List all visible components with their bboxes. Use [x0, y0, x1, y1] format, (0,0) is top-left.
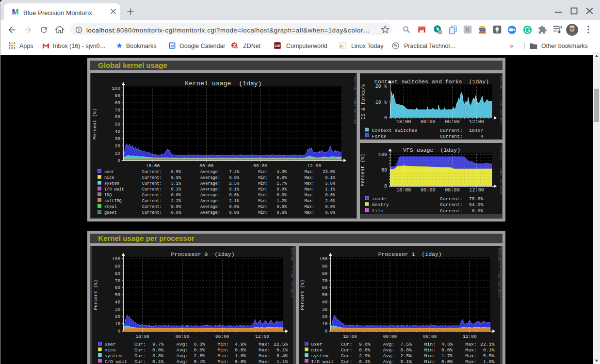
- svg-text:18:00: 18:00: [146, 163, 160, 169]
- svg-text:nice: nice: [104, 175, 114, 180]
- svg-text:30: 30: [114, 136, 120, 142]
- svg-text:Current:: Current:: [142, 199, 162, 204]
- svg-text:file: file: [372, 208, 384, 213]
- svg-text:54.0%: 54.0%: [469, 202, 484, 207]
- svg-text:1.1%: 1.1%: [325, 187, 335, 192]
- svg-text:4: 4: [481, 134, 484, 139]
- svg-text:Min:: Min:: [424, 342, 436, 347]
- svg-text:Current:: Current:: [440, 202, 463, 207]
- svg-text:steal: steal: [104, 205, 117, 209]
- svg-text:06:00: 06:00: [445, 188, 460, 193]
- svg-text:Cur:: Cur:: [134, 342, 146, 347]
- svg-text:06:00: 06:00: [215, 334, 229, 339]
- svg-text:Avg:: Avg:: [383, 359, 394, 364]
- svg-text:80: 80: [322, 271, 327, 276]
- svg-text:system: system: [104, 181, 119, 186]
- svg-text:Min:: Min:: [258, 210, 268, 215]
- svg-text:Current:: Current:: [440, 196, 463, 201]
- svg-text:Avg:: Avg:: [176, 348, 188, 353]
- svg-text:I/O wait: I/O wait: [104, 359, 127, 364]
- svg-text:40: 40: [114, 300, 120, 305]
- svg-text:0.0%: 0.0%: [276, 193, 287, 198]
- svg-text:user: user: [104, 342, 116, 347]
- svg-text:Max:: Max:: [304, 205, 314, 209]
- svg-text:0: 0: [117, 329, 120, 334]
- svg-text:Cur:: Cur:: [341, 348, 353, 353]
- svg-text:Min:: Min:: [217, 348, 229, 353]
- svg-text:70.6%: 70.6%: [469, 196, 484, 201]
- svg-text:100: 100: [112, 85, 120, 91]
- svg-text:20: 20: [322, 314, 327, 319]
- svg-text:Min:: Min:: [258, 175, 268, 180]
- svg-text:Current:: Current:: [142, 205, 162, 209]
- svg-text:I/O wait: I/O wait: [104, 187, 124, 192]
- svg-text:user: user: [311, 342, 323, 347]
- svg-text:90: 90: [114, 264, 120, 269]
- svg-text:?: ?: [439, 31, 441, 34]
- svg-text:IRQ: IRQ: [104, 193, 112, 198]
- svg-text:system: system: [104, 353, 121, 359]
- svg-text:Max:: Max:: [304, 199, 314, 204]
- svg-text:Avg:: Avg:: [176, 359, 188, 364]
- svg-text:00:00: 00:00: [421, 119, 436, 125]
- svg-text:1.1%: 1.1%: [276, 359, 288, 364]
- svg-text:Max:: Max:: [259, 359, 270, 364]
- svg-text:100: 100: [378, 152, 387, 157]
- svg-text:Max:: Max:: [304, 175, 314, 180]
- svg-text:40: 40: [322, 300, 327, 305]
- svg-text:R: R: [466, 27, 470, 32]
- svg-text:100: 100: [319, 256, 327, 262]
- svg-text:Min:: Min:: [258, 199, 268, 204]
- svg-text:0.0%: 0.0%: [152, 348, 164, 353]
- svg-text:1.7%: 1.7%: [276, 181, 287, 186]
- svg-text:Current:: Current:: [142, 210, 162, 215]
- svg-text:RRDTOOL / TOBI OETIKER: RRDTOOL / TOBI OETIKER: [353, 76, 356, 125]
- svg-text:1.2%: 1.2%: [276, 199, 287, 204]
- svg-text:Avg:: Avg:: [176, 342, 188, 347]
- svg-text:18:00: 18:00: [396, 119, 411, 125]
- svg-text:W: W: [394, 44, 398, 48]
- svg-text:0.0%: 0.0%: [229, 210, 239, 215]
- svg-text:RRDTOOL / TOBI OETIKER: RRDTOOL / TOBI OETIKER: [290, 248, 293, 297]
- svg-text:0.0%: 0.0%: [194, 348, 205, 353]
- svg-text:Context switches: Context switches: [372, 128, 418, 133]
- svg-text:06:00: 06:00: [445, 119, 460, 125]
- svg-text:VFS usage (1day): VFS usage (1day): [403, 146, 460, 153]
- svg-text:5.8%: 5.8%: [325, 181, 335, 186]
- svg-text:40: 40: [114, 129, 120, 134]
- svg-text:12:00: 12:00: [470, 188, 485, 193]
- svg-text:Percent (%): Percent (%): [92, 109, 97, 140]
- svg-text:70: 70: [322, 278, 327, 284]
- svg-text:4.9%: 4.9%: [235, 342, 246, 347]
- svg-text:Min:: Min:: [258, 170, 268, 174]
- svg-text:10: 10: [114, 321, 120, 327]
- svg-text:Min:: Min:: [217, 353, 229, 359]
- svg-text:M: M: [12, 7, 18, 16]
- svg-text:Forks: Forks: [372, 134, 387, 139]
- svg-text:0: 0: [384, 184, 387, 189]
- svg-text:70: 70: [114, 278, 120, 284]
- svg-text:Min:: Min:: [258, 193, 268, 198]
- svg-text:23.0%: 23.0%: [323, 170, 335, 174]
- svg-text:22.5%: 22.5%: [274, 342, 288, 347]
- svg-text:Min:: Min:: [217, 342, 229, 347]
- svg-text:18:00: 18:00: [135, 334, 149, 339]
- svg-text:Avg:: Avg:: [176, 353, 188, 359]
- svg-text:00:00: 00:00: [175, 334, 189, 339]
- svg-text:RRDTOOL / TOBI OETIKER: RRDTOOL / TOBI OETIKER: [499, 145, 503, 194]
- svg-text:Max:: Max:: [259, 353, 270, 359]
- svg-text:Max:: Max:: [304, 187, 314, 192]
- svg-text:10 k: 10 k: [375, 100, 387, 105]
- svg-text:Current:: Current:: [142, 193, 162, 198]
- svg-text:22.1%: 22.1%: [480, 342, 495, 347]
- svg-text:Average:: Average:: [200, 205, 220, 209]
- svg-text:Max:: Max:: [465, 342, 477, 347]
- svg-text:0.0%: 0.0%: [325, 193, 335, 198]
- svg-text:Max:: Max:: [465, 359, 477, 364]
- svg-text:Cur:: Cur:: [134, 359, 146, 364]
- svg-text:Current:: Current:: [440, 134, 463, 139]
- svg-text:18:00: 18:00: [343, 334, 357, 339]
- svg-text:Average:: Average:: [200, 170, 220, 174]
- svg-text:Processor 1 (1day): Processor 1 (1day): [378, 251, 441, 257]
- svg-text:1.8%: 1.8%: [235, 353, 246, 359]
